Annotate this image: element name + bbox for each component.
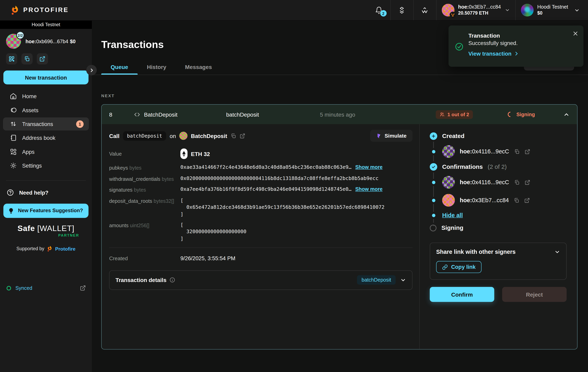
external-link-icon[interactable] [524,197,530,203]
tab-queue[interactable]: Queue [101,59,137,74]
partner-tag: PARTNER [0,234,79,238]
safe-wallet-word: [WALLET] [37,224,74,233]
sidebar-item-settings[interactable]: Settings [3,159,89,172]
toast-message: Successfully signed. [468,39,519,47]
sync-status-row: Synced [0,285,92,291]
tx-status: Signing [508,112,563,117]
supporter-name[interactable]: Protofire [55,246,76,251]
transaction-summary-row[interactable]: 8 BatchDeposit batchDeposit 5 minutes ag… [102,105,577,124]
action-buttons: Confirm Reject [430,287,567,302]
network-avatar [521,4,534,17]
signing-label: Signing [441,225,463,231]
sidebar-collapse-button[interactable] [86,65,97,75]
whats-new-button[interactable] [413,0,436,20]
sidebar-item-address-book[interactable]: Address book [3,131,89,144]
success-toast: Transaction Successfully signed. View tr… [449,26,584,67]
protofire-flame-icon [10,5,20,15]
new-transaction-button[interactable]: New transaction [3,71,89,85]
signer-name-prefix: hoe: [460,148,472,155]
tab-history[interactable]: History [138,59,176,74]
tx-type: BatchDeposit [134,111,226,117]
network-selector-chip[interactable]: Hoodi Testnet $0 [516,0,588,20]
tab-messages[interactable]: Messages [176,59,221,74]
sidebar-item-home[interactable]: Home [3,90,89,103]
sidebar-item-transactions[interactable]: Transactions 1 [3,117,89,131]
feature-suggestion-button[interactable]: New Features Suggestion? [3,204,89,218]
tx-age: 5 minutes ago [320,111,436,117]
param-type: uint256[] [130,223,149,228]
safe-partner-logo: Safe [WALLET] PARTNER [0,224,92,238]
tab-bar-divider [92,74,588,75]
copy-icon[interactable] [514,197,519,203]
sidebar-item-assets[interactable]: Assets [3,104,89,117]
open-explorer-button[interactable] [37,53,48,64]
notifications-button[interactable]: 2 [368,0,390,20]
chevron-right-icon [514,51,519,56]
share-link-box: Share link with other signers Copy link [430,243,567,280]
show-more-link[interactable]: Show more [355,186,382,193]
notification-count-badge: 2 [380,10,387,17]
sidebar-item-label: Transactions [22,121,53,127]
reject-button[interactable]: Reject [502,287,567,302]
show-more-link[interactable]: Show more [355,164,382,171]
transaction-details-accordion[interactable]: Transaction details batchDeposit [109,270,413,290]
contract-avatar [179,132,187,140]
external-link-icon[interactable] [80,285,86,291]
check-circle-icon [430,163,437,171]
confirm-button[interactable]: Confirm [430,287,494,302]
simulate-button[interactable]: Simulate [370,130,413,142]
batch-queue-button[interactable] [391,0,413,20]
address-book-icon [10,134,17,141]
section-divider [109,248,413,248]
copy-address-button[interactable] [21,53,33,64]
need-help-link[interactable]: Need help? [0,186,92,199]
timeline-created-label: Created [442,133,465,140]
qr-code-button[interactable] [6,53,17,64]
copy-link-button[interactable]: Copy link [436,261,482,273]
view-transaction-link[interactable]: View transaction [468,51,519,57]
share-link-header[interactable]: Share link with other signers [436,249,560,255]
safe-balance: $0 [70,39,76,44]
signer-address: 0x4116...9ecC [472,148,509,155]
parameters-list: Value ETH 32 pubkeys bytes 0xae33a414667… [109,149,413,242]
network-name: Hoodi Testnet [537,4,568,11]
sync-status-label: Synced [15,285,32,291]
sidebar-item-label: Address book [22,135,55,141]
share-link-title: Share link with other signers [436,249,516,255]
transactions-count-badge: 1 [76,120,84,128]
details-method-pill: batchDeposit [357,276,396,285]
signer-avatar [442,176,455,189]
sidebar-item-label: Home [22,93,37,99]
copy-icon[interactable] [231,133,236,138]
sidebar-item-label: Settings [22,163,42,169]
safe-account-summary[interactable]: 2/2 hoe:0xb696...67b4 $0 [0,29,92,52]
close-icon[interactable] [573,31,578,36]
copy-icon[interactable] [514,179,520,185]
param-name: deposit_data_roots [109,198,152,204]
timeline-step-signing: Signing [430,225,567,231]
metamask-icon [449,11,456,18]
chevron-down-icon [574,7,580,13]
external-link-icon[interactable] [240,133,245,138]
external-link-icon[interactable] [525,179,530,185]
wallet-name-prefix: hoe: [458,4,469,10]
chevron-up-icon[interactable] [563,111,570,117]
safe-name-prefix: hoe: [26,39,36,44]
brand-logo[interactable]: PROTOFIRE [0,5,69,15]
external-link-icon[interactable] [525,149,530,154]
wallet-info: hoe:0x3Eb7...cc84 20.50779 ETH [458,4,501,16]
transaction-details-panel: Call batchDeposit on BatchDeposit [102,124,420,350]
transactions-icon [10,120,17,128]
tenderly-icon [376,133,382,138]
signers-icon [440,112,445,117]
sidebar-nav: Home Assets Transactions 1 Address book [0,87,92,175]
param-row: signatures bytes 0xa7ee4bfa376b16f0f8d59… [109,186,413,194]
connected-wallet-chip[interactable]: hoe:0x3Eb7...cc84 20.50779 ETH [436,0,515,20]
param-value: 0x0200000000000000000000004116b8dc13188d… [180,175,378,182]
copy-icon[interactable] [514,149,520,154]
hide-all-link[interactable]: Hide all [442,212,463,219]
eth-icon [180,149,188,159]
call-summary-row: Call batchDeposit on BatchDeposit [109,130,413,142]
tx-contract-name: BatchDeposit [144,111,177,117]
sidebar-item-apps[interactable]: Apps [3,145,89,159]
